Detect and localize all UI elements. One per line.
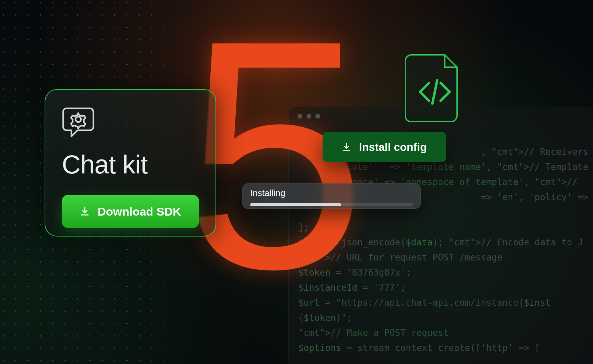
download-sdk-button[interactable]: Download SDK xyxy=(62,195,199,228)
traffic-dot xyxy=(298,114,302,119)
install-config-label: Install config xyxy=(359,141,427,154)
traffic-dot xyxy=(315,114,320,119)
download-sdk-label: Download SDK xyxy=(97,205,181,218)
install-config-button[interactable]: Install config xyxy=(323,132,446,162)
chat-kit-card: Chat kit Download SDK xyxy=(45,89,216,236)
code-file-icon xyxy=(405,53,464,122)
chat-kit-title: Chat kit xyxy=(62,149,199,179)
hero-stage: $data , "cmt">// Receivers phon 'templat… xyxy=(0,0,593,364)
gear-chat-icon xyxy=(62,105,95,138)
progress-fill xyxy=(250,203,341,206)
progress-track xyxy=(250,203,413,206)
installing-toast: Installing xyxy=(242,183,421,209)
download-icon xyxy=(80,206,90,217)
traffic-dot xyxy=(306,114,311,119)
download-icon xyxy=(342,142,351,152)
installing-label: Installing xyxy=(250,188,413,198)
svg-point-1 xyxy=(75,117,81,122)
